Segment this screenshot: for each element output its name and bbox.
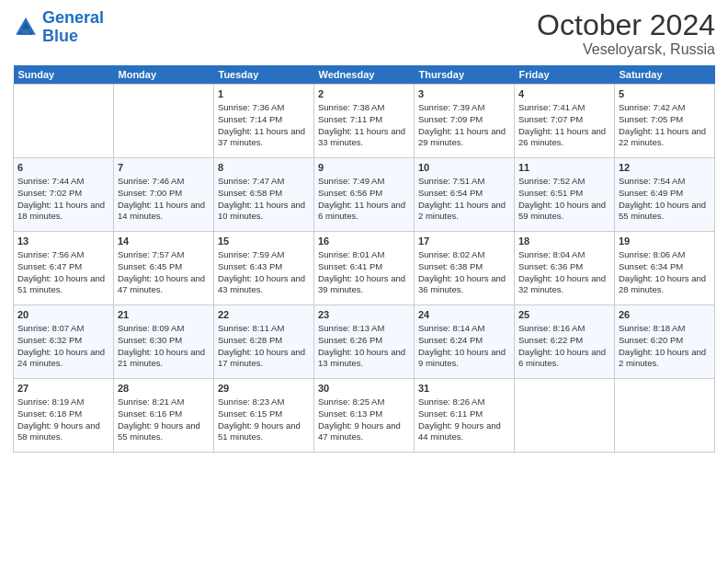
- day-info: Sunrise: 7:59 AM Sunset: 6:43 PM Dayligh…: [218, 249, 310, 296]
- day-info: Sunrise: 7:51 AM Sunset: 6:54 PM Dayligh…: [418, 176, 510, 223]
- day-number: 4: [518, 87, 610, 101]
- day-info: Sunrise: 8:11 AM Sunset: 6:28 PM Dayligh…: [218, 323, 310, 370]
- day-cell: 29Sunrise: 8:23 AM Sunset: 6:15 PM Dayli…: [214, 379, 314, 453]
- day-info: Sunrise: 8:09 AM Sunset: 6:30 PM Dayligh…: [118, 323, 210, 370]
- day-number: 15: [218, 235, 310, 248]
- day-cell: 1Sunrise: 7:36 AM Sunset: 7:14 PM Daylig…: [214, 85, 314, 158]
- day-info: Sunrise: 7:52 AM Sunset: 6:51 PM Dayligh…: [518, 176, 610, 223]
- day-cell: 16Sunrise: 8:01 AM Sunset: 6:41 PM Dayli…: [314, 232, 415, 305]
- day-info: Sunrise: 8:21 AM Sunset: 6:16 PM Dayligh…: [118, 396, 210, 443]
- day-number: 16: [318, 235, 410, 248]
- day-cell: 23Sunrise: 8:13 AM Sunset: 6:26 PM Dayli…: [314, 305, 415, 379]
- day-cell: 8Sunrise: 7:47 AM Sunset: 6:58 PM Daylig…: [214, 158, 314, 232]
- col-wednesday: Wednesday: [314, 65, 415, 85]
- day-cell: 10Sunrise: 7:51 AM Sunset: 6:54 PM Dayli…: [415, 158, 515, 232]
- day-info: Sunrise: 8:02 AM Sunset: 6:38 PM Dayligh…: [418, 249, 510, 296]
- week-row-1: 6Sunrise: 7:44 AM Sunset: 7:02 PM Daylig…: [14, 158, 715, 232]
- col-sunday: Sunday: [14, 65, 114, 85]
- col-friday: Friday: [515, 65, 615, 85]
- day-cell: 27Sunrise: 8:19 AM Sunset: 6:18 PM Dayli…: [14, 379, 114, 453]
- header: General Blue October 2024 Veseloyarsk, R…: [13, 9, 715, 58]
- day-number: 17: [418, 235, 510, 248]
- day-info: Sunrise: 7:47 AM Sunset: 6:58 PM Dayligh…: [218, 176, 310, 223]
- svg-rect-2: [21, 29, 29, 34]
- day-info: Sunrise: 7:46 AM Sunset: 7:00 PM Dayligh…: [118, 176, 210, 223]
- logo-line1: General: [42, 8, 104, 27]
- day-info: Sunrise: 7:49 AM Sunset: 6:56 PM Dayligh…: [318, 176, 410, 223]
- day-info: Sunrise: 8:25 AM Sunset: 6:13 PM Dayligh…: [318, 396, 410, 443]
- day-number: 31: [418, 382, 510, 396]
- day-number: 5: [619, 87, 711, 101]
- day-number: 9: [318, 161, 410, 175]
- logo-text: General Blue: [42, 9, 104, 46]
- day-info: Sunrise: 7:57 AM Sunset: 6:45 PM Dayligh…: [118, 249, 210, 296]
- day-number: 3: [418, 87, 510, 101]
- day-number: 14: [118, 235, 210, 248]
- day-cell: 11Sunrise: 7:52 AM Sunset: 6:51 PM Dayli…: [515, 158, 615, 232]
- day-cell: 17Sunrise: 8:02 AM Sunset: 6:38 PM Dayli…: [415, 232, 515, 305]
- calendar-table: Sunday Monday Tuesday Wednesday Thursday…: [13, 65, 715, 453]
- week-row-4: 27Sunrise: 8:19 AM Sunset: 6:18 PM Dayli…: [14, 379, 715, 453]
- day-info: Sunrise: 7:56 AM Sunset: 6:47 PM Dayligh…: [17, 249, 109, 296]
- day-cell: [14, 85, 114, 158]
- day-cell: 24Sunrise: 8:14 AM Sunset: 6:24 PM Dayli…: [415, 305, 515, 379]
- day-cell: 6Sunrise: 7:44 AM Sunset: 7:02 PM Daylig…: [14, 158, 114, 232]
- day-number: 19: [619, 235, 711, 248]
- day-number: 25: [518, 308, 610, 322]
- day-info: Sunrise: 7:38 AM Sunset: 7:11 PM Dayligh…: [318, 102, 410, 149]
- day-info: Sunrise: 8:07 AM Sunset: 6:32 PM Dayligh…: [17, 323, 109, 370]
- day-cell: 28Sunrise: 8:21 AM Sunset: 6:16 PM Dayli…: [114, 379, 214, 453]
- day-number: 24: [418, 308, 510, 322]
- day-info: Sunrise: 7:41 AM Sunset: 7:07 PM Dayligh…: [518, 102, 610, 149]
- day-info: Sunrise: 7:44 AM Sunset: 7:02 PM Dayligh…: [17, 176, 109, 223]
- day-info: Sunrise: 7:36 AM Sunset: 7:14 PM Dayligh…: [218, 102, 310, 149]
- week-row-0: 1Sunrise: 7:36 AM Sunset: 7:14 PM Daylig…: [14, 85, 715, 158]
- day-number: 13: [17, 235, 109, 248]
- day-number: 2: [318, 87, 410, 101]
- day-cell: 7Sunrise: 7:46 AM Sunset: 7:00 PM Daylig…: [114, 158, 214, 232]
- logo: General Blue: [13, 9, 104, 46]
- day-cell: 4Sunrise: 7:41 AM Sunset: 7:07 PM Daylig…: [515, 85, 615, 158]
- day-number: 11: [518, 161, 610, 175]
- day-cell: 14Sunrise: 7:57 AM Sunset: 6:45 PM Dayli…: [114, 232, 214, 305]
- day-info: Sunrise: 8:06 AM Sunset: 6:34 PM Dayligh…: [619, 249, 711, 296]
- col-saturday: Saturday: [615, 65, 715, 85]
- day-number: 27: [17, 382, 109, 396]
- day-cell: 5Sunrise: 7:42 AM Sunset: 7:05 PM Daylig…: [615, 85, 715, 158]
- day-cell: 2Sunrise: 7:38 AM Sunset: 7:11 PM Daylig…: [314, 85, 415, 158]
- day-cell: 3Sunrise: 7:39 AM Sunset: 7:09 PM Daylig…: [415, 85, 515, 158]
- day-number: 22: [218, 308, 310, 322]
- title-block: October 2024 Veseloyarsk, Russia: [537, 9, 715, 58]
- day-cell: [114, 85, 214, 158]
- day-number: 21: [118, 308, 210, 322]
- col-tuesday: Tuesday: [214, 65, 314, 85]
- day-cell: 9Sunrise: 7:49 AM Sunset: 6:56 PM Daylig…: [314, 158, 415, 232]
- day-info: Sunrise: 8:04 AM Sunset: 6:36 PM Dayligh…: [518, 249, 610, 296]
- day-info: Sunrise: 8:26 AM Sunset: 6:11 PM Dayligh…: [418, 396, 510, 443]
- day-info: Sunrise: 8:01 AM Sunset: 6:41 PM Dayligh…: [318, 249, 410, 296]
- day-cell: 19Sunrise: 8:06 AM Sunset: 6:34 PM Dayli…: [615, 232, 715, 305]
- day-cell: 20Sunrise: 8:07 AM Sunset: 6:32 PM Dayli…: [14, 305, 114, 379]
- day-info: Sunrise: 7:39 AM Sunset: 7:09 PM Dayligh…: [418, 102, 510, 149]
- week-row-3: 20Sunrise: 8:07 AM Sunset: 6:32 PM Dayli…: [14, 305, 715, 379]
- page: General Blue October 2024 Veseloyarsk, R…: [0, 0, 728, 563]
- day-number: 18: [518, 235, 610, 248]
- day-info: Sunrise: 8:19 AM Sunset: 6:18 PM Dayligh…: [17, 396, 109, 443]
- day-number: 6: [17, 161, 109, 175]
- month-title: October 2024: [537, 9, 715, 41]
- day-number: 7: [118, 161, 210, 175]
- logo-line2: Blue: [42, 27, 78, 45]
- day-number: 28: [118, 382, 210, 396]
- day-number: 1: [218, 87, 310, 101]
- day-cell: 25Sunrise: 8:16 AM Sunset: 6:22 PM Dayli…: [515, 305, 615, 379]
- location-title: Veseloyarsk, Russia: [537, 41, 715, 58]
- day-number: 23: [318, 308, 410, 322]
- day-info: Sunrise: 7:42 AM Sunset: 7:05 PM Dayligh…: [619, 102, 711, 149]
- day-cell: 22Sunrise: 8:11 AM Sunset: 6:28 PM Dayli…: [214, 305, 314, 379]
- day-number: 26: [619, 308, 711, 322]
- day-info: Sunrise: 8:18 AM Sunset: 6:20 PM Dayligh…: [619, 323, 711, 370]
- day-info: Sunrise: 8:16 AM Sunset: 6:22 PM Dayligh…: [518, 323, 610, 370]
- day-number: 29: [218, 382, 310, 396]
- logo-icon: [13, 15, 39, 40]
- day-number: 12: [619, 161, 711, 175]
